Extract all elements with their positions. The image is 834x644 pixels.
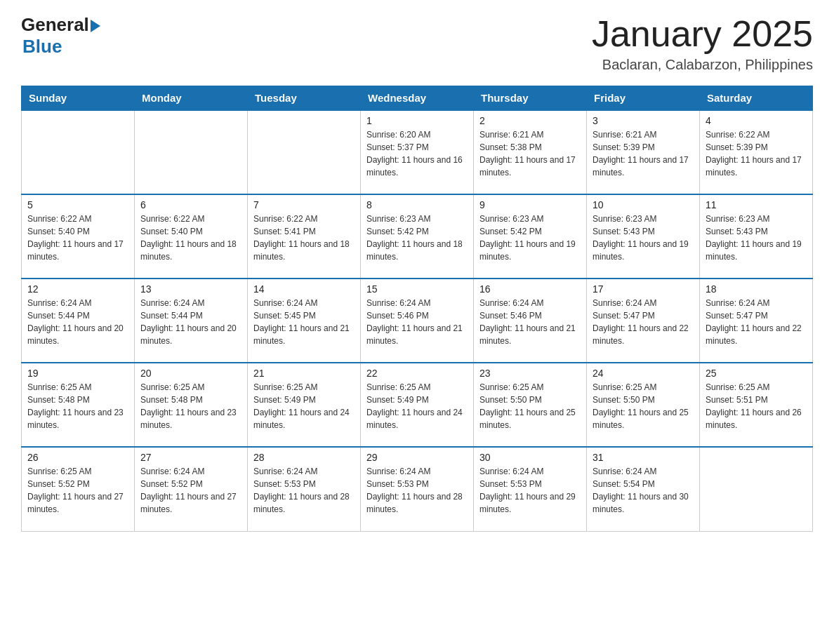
day-info: Sunrise: 6:22 AMSunset: 5:40 PMDaylight:…: [140, 213, 241, 263]
day-number: 27: [140, 452, 241, 463]
col-thursday: Thursday: [474, 86, 587, 111]
table-row: 24Sunrise: 6:25 AMSunset: 5:50 PMDayligh…: [587, 363, 700, 447]
day-info: Sunrise: 6:25 AMSunset: 5:51 PMDaylight:…: [706, 381, 807, 431]
table-row: 16Sunrise: 6:24 AMSunset: 5:46 PMDayligh…: [474, 279, 587, 363]
table-row: 31Sunrise: 6:24 AMSunset: 5:54 PMDayligh…: [587, 447, 700, 531]
day-info: Sunrise: 6:24 AMSunset: 5:46 PMDaylight:…: [366, 297, 468, 347]
day-number: 10: [593, 199, 694, 210]
day-info: Sunrise: 6:25 AMSunset: 5:48 PMDaylight:…: [140, 381, 241, 431]
day-number: 17: [593, 283, 694, 295]
day-info: Sunrise: 6:24 AMSunset: 5:44 PMDaylight:…: [140, 297, 241, 347]
day-number: 25: [706, 368, 807, 379]
day-info: Sunrise: 6:24 AMSunset: 5:46 PMDaylight:…: [479, 297, 581, 347]
table-row: 30Sunrise: 6:24 AMSunset: 5:53 PMDayligh…: [474, 447, 587, 531]
day-info: Sunrise: 6:25 AMSunset: 5:52 PMDaylight:…: [27, 465, 128, 516]
day-number: 24: [593, 368, 694, 379]
table-row: 28Sunrise: 6:24 AMSunset: 5:53 PMDayligh…: [248, 447, 361, 531]
day-number: 13: [140, 283, 241, 295]
day-info: Sunrise: 6:24 AMSunset: 5:54 PMDaylight:…: [593, 465, 694, 516]
calendar-week-row: 5Sunrise: 6:22 AMSunset: 5:40 PMDaylight…: [22, 194, 813, 279]
table-row: 22Sunrise: 6:25 AMSunset: 5:49 PMDayligh…: [361, 363, 474, 447]
table-row: 15Sunrise: 6:24 AMSunset: 5:46 PMDayligh…: [361, 279, 474, 363]
table-row: 8Sunrise: 6:23 AMSunset: 5:42 PMDaylight…: [361, 194, 474, 279]
col-saturday: Saturday: [700, 86, 813, 111]
table-row: 21Sunrise: 6:25 AMSunset: 5:49 PMDayligh…: [248, 363, 361, 447]
table-row: 26Sunrise: 6:25 AMSunset: 5:52 PMDayligh…: [22, 447, 135, 531]
day-number: 29: [366, 452, 468, 463]
table-row: 11Sunrise: 6:23 AMSunset: 5:43 PMDayligh…: [700, 194, 813, 279]
calendar-header-row: Sunday Monday Tuesday Wednesday Thursday…: [22, 86, 813, 111]
table-row: 2Sunrise: 6:21 AMSunset: 5:38 PMDaylight…: [474, 110, 587, 194]
logo-general: General: [21, 14, 89, 36]
calendar-week-row: 19Sunrise: 6:25 AMSunset: 5:48 PMDayligh…: [22, 363, 813, 447]
calendar-week-row: 1Sunrise: 6:20 AMSunset: 5:37 PMDaylight…: [22, 110, 813, 194]
day-info: Sunrise: 6:21 AMSunset: 5:39 PMDaylight:…: [593, 128, 694, 179]
table-row: 23Sunrise: 6:25 AMSunset: 5:50 PMDayligh…: [474, 363, 587, 447]
table-row: 1Sunrise: 6:20 AMSunset: 5:37 PMDaylight…: [361, 110, 474, 194]
day-number: 19: [27, 368, 128, 379]
table-row: 4Sunrise: 6:22 AMSunset: 5:39 PMDaylight…: [700, 110, 813, 194]
table-row: [22, 110, 135, 194]
day-number: 18: [706, 283, 807, 295]
day-info: Sunrise: 6:23 AMSunset: 5:43 PMDaylight:…: [593, 213, 694, 263]
main-title: January 2025: [592, 14, 813, 54]
table-row: 19Sunrise: 6:25 AMSunset: 5:48 PMDayligh…: [22, 363, 135, 447]
table-row: 12Sunrise: 6:24 AMSunset: 5:44 PMDayligh…: [22, 279, 135, 363]
day-number: 4: [706, 115, 807, 126]
day-info: Sunrise: 6:25 AMSunset: 5:50 PMDaylight:…: [479, 381, 581, 431]
table-row: 29Sunrise: 6:24 AMSunset: 5:53 PMDayligh…: [361, 447, 474, 531]
day-info: Sunrise: 6:24 AMSunset: 5:44 PMDaylight:…: [27, 297, 128, 347]
subtitle: Baclaran, Calabarzon, Philippines: [592, 57, 813, 73]
day-info: Sunrise: 6:21 AMSunset: 5:38 PMDaylight:…: [479, 128, 581, 179]
calendar-table: Sunday Monday Tuesday Wednesday Thursday…: [21, 86, 813, 532]
table-row: 7Sunrise: 6:22 AMSunset: 5:41 PMDaylight…: [248, 194, 361, 279]
table-row: 9Sunrise: 6:23 AMSunset: 5:42 PMDaylight…: [474, 194, 587, 279]
col-friday: Friday: [587, 86, 700, 111]
day-info: Sunrise: 6:24 AMSunset: 5:52 PMDaylight:…: [140, 465, 241, 516]
table-row: [700, 447, 813, 531]
day-info: Sunrise: 6:25 AMSunset: 5:50 PMDaylight:…: [593, 381, 694, 431]
day-info: Sunrise: 6:23 AMSunset: 5:42 PMDaylight:…: [479, 213, 581, 263]
day-number: 22: [366, 368, 468, 379]
day-info: Sunrise: 6:24 AMSunset: 5:53 PMDaylight:…: [253, 465, 355, 516]
day-number: 6: [140, 199, 241, 210]
col-sunday: Sunday: [22, 86, 135, 111]
day-number: 1: [366, 115, 468, 126]
day-number: 26: [27, 452, 128, 463]
table-row: 27Sunrise: 6:24 AMSunset: 5:52 PMDayligh…: [135, 447, 248, 531]
day-number: 9: [479, 199, 581, 210]
day-number: 12: [27, 283, 128, 295]
day-number: 7: [253, 199, 355, 210]
table-row: 5Sunrise: 6:22 AMSunset: 5:40 PMDaylight…: [22, 194, 135, 279]
day-number: 28: [253, 452, 355, 463]
day-info: Sunrise: 6:25 AMSunset: 5:49 PMDaylight:…: [253, 381, 355, 431]
logo-blue: Blue: [22, 36, 100, 58]
day-info: Sunrise: 6:25 AMSunset: 5:48 PMDaylight:…: [27, 381, 128, 431]
col-wednesday: Wednesday: [361, 86, 474, 111]
day-number: 8: [366, 199, 468, 210]
day-info: Sunrise: 6:23 AMSunset: 5:42 PMDaylight:…: [366, 213, 468, 263]
table-row: 20Sunrise: 6:25 AMSunset: 5:48 PMDayligh…: [135, 363, 248, 447]
table-row: [135, 110, 248, 194]
table-row: 14Sunrise: 6:24 AMSunset: 5:45 PMDayligh…: [248, 279, 361, 363]
table-row: 17Sunrise: 6:24 AMSunset: 5:47 PMDayligh…: [587, 279, 700, 363]
calendar-week-row: 26Sunrise: 6:25 AMSunset: 5:52 PMDayligh…: [22, 447, 813, 531]
day-info: Sunrise: 6:22 AMSunset: 5:41 PMDaylight:…: [253, 213, 355, 263]
logo: General Blue: [21, 14, 100, 58]
day-info: Sunrise: 6:23 AMSunset: 5:43 PMDaylight:…: [706, 213, 807, 263]
day-number: 5: [27, 199, 128, 210]
day-number: 2: [479, 115, 581, 126]
day-info: Sunrise: 6:24 AMSunset: 5:47 PMDaylight:…: [593, 297, 694, 347]
logo-arrow-icon: [91, 20, 100, 32]
day-info: Sunrise: 6:24 AMSunset: 5:45 PMDaylight:…: [253, 297, 355, 347]
table-row: 18Sunrise: 6:24 AMSunset: 5:47 PMDayligh…: [700, 279, 813, 363]
day-info: Sunrise: 6:24 AMSunset: 5:53 PMDaylight:…: [366, 465, 468, 516]
table-row: 10Sunrise: 6:23 AMSunset: 5:43 PMDayligh…: [587, 194, 700, 279]
day-info: Sunrise: 6:20 AMSunset: 5:37 PMDaylight:…: [366, 128, 468, 179]
day-info: Sunrise: 6:25 AMSunset: 5:49 PMDaylight:…: [366, 381, 468, 431]
page-header: General Blue January 2025 Baclaran, Cala…: [21, 14, 813, 73]
table-row: 3Sunrise: 6:21 AMSunset: 5:39 PMDaylight…: [587, 110, 700, 194]
day-number: 20: [140, 368, 241, 379]
day-number: 21: [253, 368, 355, 379]
day-info: Sunrise: 6:22 AMSunset: 5:39 PMDaylight:…: [706, 128, 807, 179]
